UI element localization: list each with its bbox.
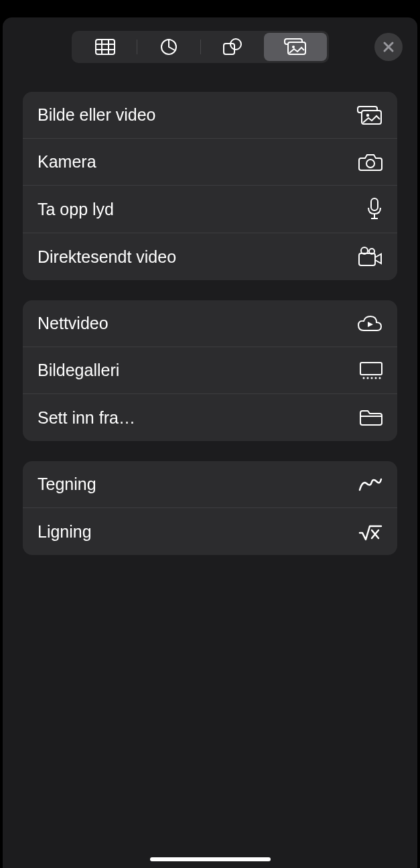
shape-icon [222, 38, 242, 56]
sheet-header [3, 31, 417, 68]
svg-point-22 [363, 377, 365, 379]
svg-rect-18 [359, 253, 375, 265]
home-indicator[interactable] [150, 857, 271, 861]
row-photo-video[interactable]: Bilde eller video [23, 92, 397, 139]
cloud-play-icon [357, 315, 382, 332]
seg-chart[interactable] [137, 33, 200, 61]
row-drawing[interactable]: Tegning [23, 461, 397, 508]
video-camera-icon [358, 247, 382, 267]
insert-type-segmented [72, 31, 329, 63]
row-label: Sett inn fra… [38, 408, 135, 428]
row-label: Nettvideo [38, 314, 109, 333]
media-icon [284, 38, 307, 56]
row-label: Kamera [38, 152, 96, 172]
seg-shape[interactable] [201, 33, 264, 61]
close-button[interactable] [374, 33, 403, 61]
svg-point-24 [371, 377, 373, 379]
table-icon [95, 39, 115, 55]
row-live-video[interactable]: Direktesendt video [23, 233, 397, 280]
gallery-icon [360, 362, 382, 379]
row-label: Ligning [38, 522, 92, 542]
svg-rect-21 [360, 363, 382, 375]
row-camera[interactable]: Kamera [23, 139, 397, 186]
chart-icon [160, 38, 178, 56]
row-label: Tegning [38, 475, 96, 494]
seg-table[interactable] [74, 33, 137, 61]
row-label: Bilde eller video [38, 105, 156, 125]
row-equation[interactable]: Ligning [23, 508, 397, 555]
svg-point-14 [366, 160, 374, 168]
row-web-video[interactable]: Nettvideo [23, 300, 397, 347]
group-media: Bilde eller video Kamera [23, 92, 397, 280]
photo-stack-icon [357, 105, 382, 125]
row-label: Ta opp lyd [38, 200, 114, 219]
svg-point-23 [367, 377, 369, 379]
close-icon [382, 41, 395, 53]
svg-rect-15 [371, 198, 378, 210]
folder-icon [360, 409, 382, 426]
row-record-audio[interactable]: Ta opp lyd [23, 186, 397, 233]
row-insert-from[interactable]: Sett inn fra… [23, 394, 397, 441]
microphone-icon [366, 198, 382, 221]
camera-icon [358, 153, 382, 172]
insert-content: Bilde eller video Kamera [3, 68, 417, 555]
row-label: Direktesendt video [38, 247, 176, 267]
svg-point-13 [366, 113, 369, 116]
seg-media[interactable] [264, 33, 327, 61]
insert-sheet: Bilde eller video Kamera [3, 17, 417, 868]
svg-rect-0 [96, 40, 115, 54]
row-label: Bildegalleri [38, 361, 119, 380]
equation-icon [358, 522, 382, 541]
group-web: Nettvideo Bildegalleri [23, 300, 397, 441]
svg-point-26 [379, 377, 381, 379]
group-drawing: Tegning Ligning [23, 461, 397, 555]
svg-point-9 [292, 46, 295, 48]
row-image-gallery[interactable]: Bildegalleri [23, 347, 397, 394]
svg-point-25 [375, 377, 377, 379]
scribble-icon [358, 477, 382, 493]
